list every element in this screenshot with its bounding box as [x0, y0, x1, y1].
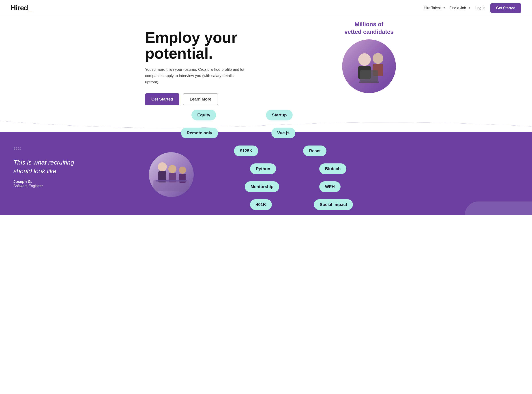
find-a-job-nav[interactable]: Find a Job	[446, 4, 469, 12]
millions-line2: vetted candidates	[338, 28, 400, 36]
svg-point-9	[168, 165, 177, 173]
circle-image-bottom	[149, 152, 194, 197]
logo-accent: _	[28, 4, 32, 12]
tag-125k[interactable]: $125K	[234, 145, 258, 156]
tag-401k[interactable]: 401K	[250, 199, 272, 210]
quote-section: ““ This is what recruiting should look l…	[0, 132, 99, 197]
circle-image-top	[342, 39, 396, 93]
tag-social-impact[interactable]: Social impact	[314, 199, 353, 210]
svg-rect-13	[156, 180, 187, 181]
quote-text: This is what recruiting should look like…	[13, 158, 85, 176]
hire-talent-nav[interactable]: Hire Talent	[421, 4, 444, 12]
tag-python[interactable]: Python	[250, 163, 276, 174]
hero-text-area: Employ your potential. You're more than …	[145, 30, 261, 105]
get-started-nav-cta[interactable]: Get Started	[490, 3, 521, 13]
svg-rect-4	[360, 70, 378, 82]
quote-mark: ““	[13, 145, 85, 157]
hire-talent-chevron: ▼	[443, 7, 445, 9]
logo-text: Hired	[11, 4, 28, 12]
svg-rect-8	[158, 171, 166, 182]
svg-point-7	[158, 162, 167, 171]
svg-rect-10	[169, 173, 176, 182]
bottom-curve-decoration	[465, 202, 532, 215]
svg-rect-5	[359, 82, 379, 83]
tag-biotech[interactable]: Biotech	[319, 163, 347, 174]
logo[interactable]: Hired _	[11, 4, 32, 12]
navbar: Hired _ Hire Talent ▼ Find a Job ▼ Log I…	[0, 0, 532, 16]
purple-background: Equity Startup Remote only Vue.js $125K	[0, 114, 532, 215]
social-proof-area: Millions of vetted candidates	[338, 21, 400, 93]
purple-content: Equity Startup Remote only Vue.js $125K	[0, 132, 532, 215]
quote-role: Software Engineer	[13, 184, 85, 188]
wave-top	[0, 114, 532, 132]
hero-buttons: Get Started Learn More	[145, 93, 261, 105]
people-illustration-bottom	[151, 156, 191, 194]
svg-rect-6	[153, 180, 189, 192]
tag-mentorship[interactable]: Mentorship	[245, 181, 279, 192]
people-illustration-top	[347, 46, 391, 86]
svg-point-11	[179, 166, 186, 174]
get-started-hero[interactable]: Get Started	[145, 93, 179, 105]
svg-point-2	[373, 53, 383, 64]
tag-wfh[interactable]: WFH	[319, 181, 341, 192]
nav-links: Hire Talent ▼ Find a Job ▼ Log In Get St…	[421, 3, 521, 13]
quote-author: Joseph G.	[13, 180, 85, 184]
millions-line1: Millions of	[338, 21, 400, 28]
svg-point-0	[358, 53, 371, 66]
hero-section: Employ your potential. You're more than …	[132, 16, 400, 105]
log-in-nav[interactable]: Log In	[471, 4, 489, 12]
learn-more-hero[interactable]: Learn More	[183, 93, 218, 105]
svg-rect-12	[179, 174, 186, 183]
hero-subtext: You're more than your resume. Create a f…	[145, 67, 248, 85]
find-a-job-chevron: ▼	[468, 7, 470, 9]
hero-headline: Employ your potential.	[145, 30, 261, 62]
tag-react[interactable]: React	[303, 145, 326, 156]
